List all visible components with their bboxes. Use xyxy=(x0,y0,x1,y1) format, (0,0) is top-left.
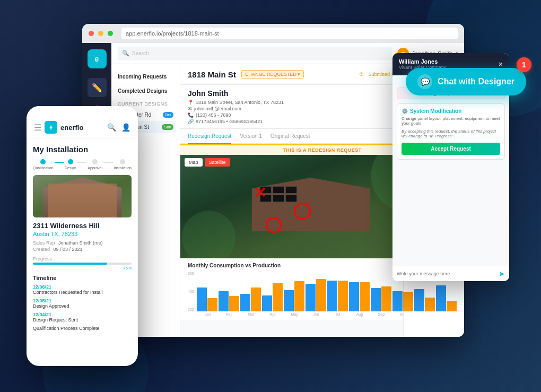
step-approval: Approval xyxy=(88,159,102,170)
bar-group-jul xyxy=(327,281,348,311)
browser-url[interactable]: app.enerflo.io/projects/1818-main-st xyxy=(121,28,458,39)
bar-group-jun xyxy=(306,279,326,311)
step-label-qualification: Qualification xyxy=(33,166,54,170)
timeline-event-3: Design Request Sent xyxy=(33,317,132,323)
bar-production-mar xyxy=(251,288,261,311)
red-circle-2 xyxy=(266,217,282,233)
map-tab-map[interactable]: Map xyxy=(185,158,203,167)
timeline-date-3: 12/04/21 xyxy=(33,312,132,317)
search-box[interactable]: 🔍 Search xyxy=(118,47,392,60)
bar-production-jul xyxy=(338,281,348,311)
send-icon[interactable]: ➤ xyxy=(499,269,505,278)
close-dot[interactable] xyxy=(89,31,94,36)
label-sep: Sep xyxy=(371,312,391,316)
bar-production-may xyxy=(294,281,304,311)
bar-group-feb xyxy=(219,291,239,311)
bar-group-aug xyxy=(349,282,370,311)
red-circle-1 xyxy=(294,203,311,220)
timeline-title: Timeline xyxy=(33,275,132,281)
mobile-logo-mark: e xyxy=(45,121,57,134)
timeline-section: Timeline 12/06/21 Contractors Requested … xyxy=(33,275,132,331)
email-icon: ✉ xyxy=(188,106,192,111)
bar-consumption-sep xyxy=(371,288,381,311)
map-controls: Map Satellite xyxy=(185,158,230,167)
timeline-item-2: 12/05/21 Design Approved xyxy=(33,298,132,309)
mobile-progress: Progress 75% xyxy=(33,256,132,271)
timeline-item-4: Qualification Process Complete xyxy=(33,326,132,331)
incoming-requests-link[interactable]: Incoming Requests xyxy=(116,71,176,83)
client-phone: (123) 456 - 7890 xyxy=(196,112,231,118)
location-icon: 📍 xyxy=(188,100,194,105)
chart-bars xyxy=(197,279,457,311)
y-axis: 600 400 200 xyxy=(188,272,194,311)
mobile-app: ☰ e enerflo 🔍 👤 My Installation Qualific… xyxy=(27,106,138,366)
completed-designs-link[interactable]: Completed Designs xyxy=(116,85,176,97)
chat-button-label: Chat with Designer xyxy=(438,77,514,86)
tab-original-request[interactable]: Original Request xyxy=(270,129,310,144)
change-requested-badge[interactable]: CHANGE REQUESTED ▾ xyxy=(241,70,304,79)
label-apr: Apr xyxy=(263,312,283,316)
bar-consumption-feb xyxy=(219,291,229,311)
bar-group-nov xyxy=(414,289,435,311)
system-mod-desc: Change panel layout, placement, equipmen… xyxy=(402,116,500,126)
chat-with-designer-button[interactable]: 💬 Chat with Designer xyxy=(406,68,526,95)
accept-request-button[interactable]: Accept Request xyxy=(402,143,500,155)
client-id: 87173456195 • G5869S165421 xyxy=(196,119,263,124)
bar-production-jan xyxy=(207,298,217,311)
step-dot-installation xyxy=(120,159,125,164)
bar-consumption-oct xyxy=(392,291,403,311)
clock-icon: ⏱ xyxy=(359,72,364,77)
mobile-city: Austin TX, 78233 xyxy=(33,231,132,237)
chat-message-input[interactable] xyxy=(397,271,495,276)
step-dot-design xyxy=(68,159,73,164)
search-placeholder: Search xyxy=(132,50,149,56)
mobile-user-icon[interactable]: 👤 xyxy=(121,123,130,132)
bar-production-jun xyxy=(316,279,326,311)
system-mod-label: System Modification xyxy=(410,108,461,114)
client-email: johnsmith@email.com xyxy=(194,106,241,111)
step-label-design: Design xyxy=(65,166,76,170)
maximize-dot[interactable] xyxy=(108,31,113,36)
label-aug: Aug xyxy=(349,312,370,316)
mobile-sales-rep: Sales Rep Jonathan Smith (me) xyxy=(33,240,132,246)
mobile-progress-label: Progress xyxy=(33,256,132,262)
minimize-dot[interactable] xyxy=(98,31,103,36)
step-label-approval: Approval xyxy=(88,166,102,170)
step-dot-approval xyxy=(92,159,98,164)
bar-group-may xyxy=(284,281,304,311)
timeline-event-2: Design Approved xyxy=(33,303,132,309)
system-modification-box: ⚙️ System Modification Change panel layo… xyxy=(397,103,505,160)
designer-panel-close-button[interactable]: × xyxy=(499,60,503,68)
step-installation: Installation xyxy=(114,159,132,170)
system-mod-title: ⚙️ System Modification xyxy=(402,108,500,114)
map-tab-satellite[interactable]: Satellite xyxy=(205,158,230,167)
chat-input-area: ➤ xyxy=(392,266,509,281)
timeline-event-1: Contractors Requested for Install xyxy=(33,290,132,295)
mobile-status-bar xyxy=(27,106,138,117)
tab-redesign-request[interactable]: Redesign Request xyxy=(188,129,231,144)
bar-consumption-aug xyxy=(349,282,359,311)
bar-consumption-jul xyxy=(327,281,337,311)
mobile-top-icons: 🔍 👤 xyxy=(107,123,130,132)
gear-icon: ⚙️ xyxy=(402,108,408,114)
tab-version-1[interactable]: Version 1 xyxy=(240,129,262,144)
bar-production-aug xyxy=(360,282,370,311)
progress-steps: Qualification Design Approval Installati… xyxy=(33,159,132,170)
timeline-item-3: 12/04/21 Design Request Sent xyxy=(33,312,132,323)
label-jun: Jun xyxy=(306,312,327,316)
sidebar-item-design[interactable]: ✏️ xyxy=(88,78,107,97)
bar-consumption-nov xyxy=(414,289,424,311)
bar-production-nov xyxy=(425,298,435,311)
design-badge-foster: Drs xyxy=(163,112,173,118)
bar-group-sep xyxy=(371,286,391,311)
mobile-progress-bar xyxy=(33,263,132,265)
bar-production-sep xyxy=(381,286,391,311)
mobile-progress-pct: 75% xyxy=(33,266,132,271)
chat-button-icon: 💬 xyxy=(417,74,432,89)
bar-consumption-dec xyxy=(436,285,446,311)
bar-consumption-mar xyxy=(240,294,250,311)
step-qualification: Qualification xyxy=(33,159,54,170)
mobile-menu-icon[interactable]: ☰ xyxy=(34,123,41,133)
mobile-logo: ☰ e enerflo xyxy=(34,121,83,134)
mobile-search-icon[interactable]: 🔍 xyxy=(107,123,116,132)
